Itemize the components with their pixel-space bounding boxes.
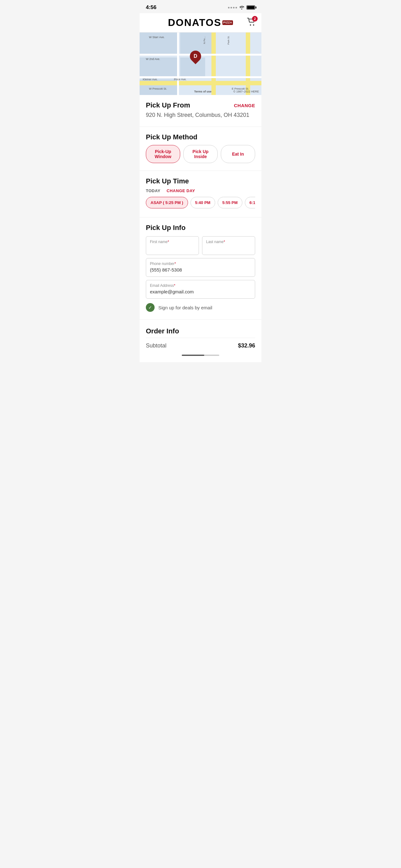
logo: DONATOS PIZZA [168,17,233,28]
last-name-value [206,245,251,251]
battery-icon [246,5,255,10]
pickup-from-section: Pick Up From CHANGE 920 N. High Street, … [146,101,255,119]
main-content: Pick Up From CHANGE 920 N. High Street, … [140,95,261,351]
pin-letter: D [194,54,198,59]
signal-icon [228,7,237,8]
bottom-bar [140,351,261,362]
eat-in-button[interactable]: Eat In [221,145,255,163]
email-value: example@gmail.com [150,289,251,295]
first-name-label: First name* [150,240,195,244]
first-name-field[interactable]: First name* [146,236,199,255]
order-info-section: Order Info Subtotal $32.96 [146,320,255,351]
map-label-kleiner: Kleiner Ave. [143,78,158,81]
change-location-button[interactable]: CHANGE [234,103,255,108]
change-day-button[interactable]: CHANGE DAY [167,188,195,193]
logo-text: DONATOS [168,17,222,28]
subtotal-label: Subtotal [146,342,166,349]
app-header: DONATOS PIZZA 2 [140,13,261,32]
map-label-parkst: Park St. [227,36,230,44]
time-slot-asap[interactable]: ASAP ( 5:25 PM ) [146,197,188,208]
map-label-price: Price Ave. [174,78,187,81]
phone-value: (555) 867-5308 [150,267,251,273]
last-name-label: Last name* [206,240,251,244]
pickup-info-title: Pick Up Info [146,224,186,231]
time-slot-540[interactable]: 5:40 PM [191,197,215,208]
status-bar: 4:56 [140,0,261,13]
svg-point-0 [250,24,251,26]
pickup-method-title: Pick Up Method [146,133,197,141]
pickup-from-header: Pick Up From CHANGE [146,101,255,110]
map-label-starr: W Starr Ave. [149,36,165,39]
order-info-title: Order Info [146,327,255,335]
status-time: 4:56 [146,4,157,11]
time-slot-555[interactable]: 5:55 PM [218,197,242,208]
wifi-icon [239,5,244,10]
map-copyright: © 1987–2022 HERE [233,90,259,93]
email-signup-label: Sign up for deals by email [158,305,212,310]
pickup-method-section: Pick Up Method Pick-Up Window Pick Up In… [146,133,255,163]
pickup-window-button[interactable]: Pick-Up Window [146,145,180,163]
pickup-from-title: Pick Up From [146,101,190,110]
pickup-inside-button[interactable]: Pick Up Inside [183,145,218,163]
cart-button[interactable]: 2 [247,18,256,28]
svg-point-1 [253,24,254,26]
subtotal-value: $32.96 [238,342,255,349]
name-row: First name* Last name* [146,236,255,255]
time-slot-610[interactable]: 6:10 PM [245,197,255,208]
map-label-2nd: W 2nd Ave. [146,58,160,61]
last-name-field[interactable]: Last name* [202,236,255,255]
map-label-prescott: W Prescott St. [149,87,167,90]
email-label: Email Address* [150,283,251,288]
pickup-info-section: Pick Up Info First name* Last name* [146,224,255,312]
pickup-info-form: First name* Last name* Phone number* (55… [146,236,255,312]
today-label: TODAY [146,188,161,193]
map-pin: D [190,51,201,62]
email-signup-checkbox[interactable]: ✓ [146,303,155,312]
cart-badge: 2 [252,16,258,22]
subtotal-row: Subtotal $32.96 [146,338,255,351]
pickup-time-title: Pick Up Time [146,177,189,185]
phone-label: Phone number* [150,261,251,266]
phone-field[interactable]: Phone number* (555) 867-5308 [146,258,255,277]
email-signup-row: ✓ Sign up for deals by email [146,303,255,312]
status-icons [228,5,255,10]
time-slots: ASAP ( 5:25 PM ) 5:40 PM 5:55 PM 6:10 PM… [146,197,255,210]
first-name-value [150,245,195,251]
pickup-time-section: Pick Up Time TODAY CHANGE DAY ASAP ( 5:2… [146,177,255,210]
home-indicator [182,354,219,356]
checkmark-icon: ✓ [148,305,152,310]
pickup-address: 920 N. High Street, Columbus, OH 43201 [146,111,255,119]
email-field[interactable]: Email Address* example@gmail.com [146,280,255,299]
map: W Starr Ave. W 2nd Ave. Kleiner Ave. Pri… [140,32,261,95]
map-label-npe: N Pe... [203,36,206,44]
pickup-method-buttons: Pick-Up Window Pick Up Inside Eat In [146,145,255,163]
logo-pizza-badge: PIZZA [222,20,233,25]
map-terms[interactable]: Terms of use [194,90,211,93]
